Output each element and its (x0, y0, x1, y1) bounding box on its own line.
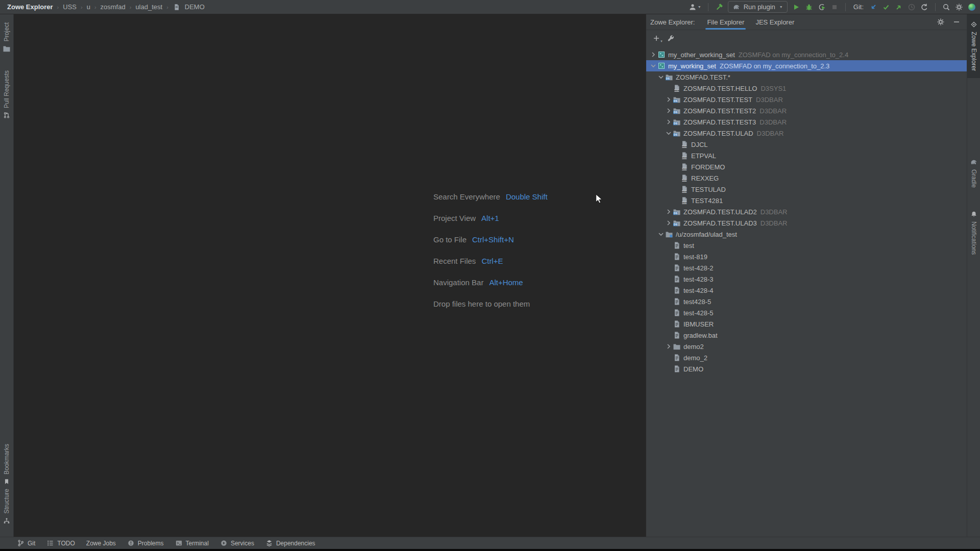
tree-row-test[interactable]: test (646, 240, 967, 251)
stripe-item-notifications[interactable]: Notifications (967, 210, 980, 255)
stripe-item-bookmarks[interactable]: Bookmarks (0, 444, 13, 486)
tree-row-/u/zosmfad/ulad_test[interactable]: /u/zosmfad/ulad_test (646, 229, 967, 240)
stripe-item-structure[interactable]: Structure (0, 489, 13, 525)
profiler-icon (818, 3, 826, 11)
tree-row-test-428-2[interactable]: test-428-2 (646, 262, 967, 273)
statusbar-item-problems[interactable]: Problems (121, 537, 169, 549)
tree-row-test-819[interactable]: test-819 (646, 251, 967, 262)
tab-file-explorer[interactable]: File Explorer (703, 14, 748, 30)
chevron-down-icon: ▼ (660, 40, 663, 43)
stripe-item-gradle[interactable]: Gradle (967, 158, 980, 188)
tree-row-test-428-5[interactable]: test-428-5 (646, 307, 967, 318)
stripe-item-zowe-explorer[interactable]: Zowe Explorer (967, 14, 980, 78)
dataset-folder-icon: DS (673, 129, 681, 137)
tree-row-ZOSMFAD.TEST.TEST2[interactable]: DSZOSMFAD.TEST.TEST2D3DBAR (646, 105, 967, 116)
tree-row-ZOSMFAD.TEST.ULAD2[interactable]: DSZOSMFAD.TEST.ULAD2D3DBAR (646, 206, 967, 217)
tree-row-demo_2[interactable]: demo_2 (646, 352, 967, 363)
chevron-right-icon[interactable] (665, 95, 673, 104)
history-clock-button[interactable] (908, 3, 916, 11)
tree-node-label: ZOSMFAD.TEST.ULAD3 (683, 219, 757, 227)
statusbar-item-dependencies[interactable]: Dependencies (260, 537, 321, 549)
tree-row-ETPVAL[interactable]: MEMETPVAL (646, 150, 967, 161)
breadcrumb-item-5[interactable]: DEMO (185, 3, 205, 11)
git-push-button[interactable] (895, 3, 903, 11)
tree-node-label: FORDEMO (691, 163, 725, 171)
tree-row-TESTULAD[interactable]: MEMTESTULAD (646, 184, 967, 195)
build-hammer-button[interactable] (715, 3, 723, 11)
tree-row-ZOSMFAD.TEST.ULAD3[interactable]: DSZOSMFAD.TEST.ULAD3D3DBAR (646, 217, 967, 229)
statusbar-item-terminal[interactable]: Terminal (169, 537, 214, 549)
breadcrumb-item-3[interactable]: zosmfad (101, 3, 126, 11)
tree-row-ZOSMFAD.TEST.HELLO[interactable]: MEMZOSMFAD.TEST.HELLOD3SYS1 (646, 83, 967, 94)
main-toolbar: Zowe Explorer›USS›u›zosmfad›ulad_test›DE… (0, 0, 980, 14)
breadcrumb-separator: › (166, 4, 168, 10)
chevron-down-icon[interactable] (649, 62, 657, 70)
tree-row-test-428-3[interactable]: test-428-3 (646, 273, 967, 285)
tree-row-test-428-4[interactable]: test-428-4 (646, 285, 967, 296)
tree-node-label: ZOSMFAD.TEST.* (676, 73, 730, 81)
tree-row-DJCL[interactable]: MEMDJCL (646, 139, 967, 150)
settings-gear-button[interactable] (955, 3, 963, 11)
tree-row-my_working_set[interactable]: my_working_setZOSMFAD on my_connection_t… (646, 60, 967, 71)
run-play-button[interactable] (792, 3, 800, 11)
svg-text:DS: DS (674, 223, 678, 226)
chevron-down-icon[interactable] (657, 73, 665, 81)
stripe-item-pull-requests[interactable]: Pull Requests (0, 70, 13, 119)
breadcrumb-item-1[interactable]: USS (63, 3, 77, 11)
tree-row-ZOSMFAD.TEST.*[interactable]: DSZOSMFAD.TEST.* (646, 71, 967, 83)
tree-row-DEMO[interactable]: DEMO (646, 363, 967, 374)
avatar-sphere-button[interactable] (968, 3, 976, 11)
chevron-down-icon[interactable] (665, 129, 673, 137)
git-update-button[interactable] (869, 3, 877, 11)
shortcut-key-label: Ctrl+E (481, 257, 503, 265)
statusbar-item-git[interactable]: Git (11, 537, 41, 549)
minimize-button[interactable] (952, 18, 961, 26)
tree-row-demo2[interactable]: demo2 (646, 341, 967, 352)
statusbar-item-todo[interactable]: TODO (41, 537, 80, 549)
settings-gear-button[interactable] (937, 18, 945, 26)
tree-row-test428-5[interactable]: test428-5 (646, 296, 967, 307)
profiler-button[interactable] (818, 3, 826, 11)
tree-row-ZOSMFAD.TEST.TEST3[interactable]: DSZOSMFAD.TEST.TEST3D3DBAR (646, 116, 967, 128)
git-commit-check-button[interactable] (882, 3, 890, 11)
stop-button[interactable] (830, 3, 839, 11)
chevron-spacer (672, 196, 680, 205)
tree-row-REXXEG[interactable]: MEMREXXEG (646, 172, 967, 184)
chevron-right-icon[interactable] (649, 51, 657, 59)
chevron-right-icon[interactable] (665, 208, 673, 216)
tree-row-gradlew.bat[interactable]: gradlew.bat (646, 330, 967, 341)
dependencies-icon (265, 539, 273, 547)
search-button[interactable] (942, 3, 950, 11)
chevron-right-icon[interactable] (665, 118, 673, 126)
breadcrumb-item-2[interactable]: u (87, 3, 90, 11)
chevron-spacer (672, 163, 680, 171)
tree-node-label: ETPVAL (691, 152, 716, 160)
zowe-explorer-tool-window: Zowe Explorer: File Explorer JES Explore… (646, 14, 967, 537)
rollback-button[interactable] (920, 3, 928, 11)
tree-row-ZOSMFAD.TEST.ULAD[interactable]: DSZOSMFAD.TEST.ULADD3DBAR (646, 128, 967, 139)
tree-node-label: test-428-2 (683, 264, 714, 272)
chevron-down-icon[interactable] (657, 230, 665, 238)
tree-row-FORDEMO[interactable]: MEMFORDEMO (646, 161, 967, 172)
breadcrumb-item-4[interactable]: ulad_test (135, 3, 162, 11)
debug-bug-button[interactable] (805, 3, 813, 11)
stripe-item-project[interactable]: Project (0, 22, 13, 53)
tree-row-IBMUSER[interactable]: IBMUSER (646, 318, 967, 330)
tab-jes-explorer[interactable]: JES Explorer (751, 14, 798, 30)
user-button[interactable]: ▼ (689, 3, 701, 11)
add-action-button[interactable]: ▼ (652, 34, 660, 42)
chevron-right-icon[interactable] (665, 219, 673, 227)
avatar-sphere-icon (968, 3, 976, 11)
run-configuration-selector[interactable]: Run plugin▼ (728, 1, 788, 13)
working-set-icon (657, 51, 666, 59)
window-bottom-edge (0, 549, 980, 551)
tree-row-ZOSMFAD.TEST.TEST[interactable]: DSZOSMFAD.TEST.TESTD3DBAR (646, 94, 967, 105)
wrench-action-button[interactable] (667, 34, 675, 42)
tree-row-TEST4281[interactable]: MEMTEST4281 (646, 195, 967, 206)
tree-row-my_other_working_set[interactable]: my_other_working_setZOSMFAD on my_connec… (646, 49, 967, 60)
statusbar-item-services[interactable]: Services (214, 537, 260, 549)
breadcrumb-item-0[interactable]: Zowe Explorer (7, 3, 53, 11)
statusbar-item-zowe-jobs[interactable]: Zowe Jobs (81, 537, 121, 549)
chevron-right-icon[interactable] (665, 107, 673, 115)
chevron-right-icon[interactable] (665, 342, 673, 350)
